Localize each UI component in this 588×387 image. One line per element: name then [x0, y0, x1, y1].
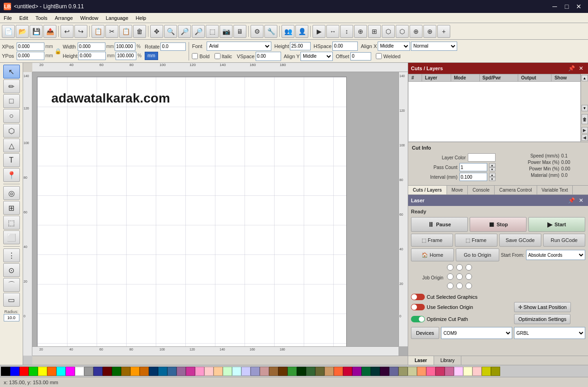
color-swatch-12[interactable]: [112, 367, 121, 376]
optimize-cut-toggle[interactable]: [411, 316, 425, 322]
text-tool[interactable]: T: [3, 153, 20, 167]
cuts-expand-right-button[interactable]: ▶: [582, 127, 588, 133]
color-swatch-22[interactable]: [204, 367, 214, 376]
width-pct-input[interactable]: [115, 42, 135, 51]
cuts-scroll-up-button[interactable]: ▲: [582, 75, 588, 81]
lock-icon[interactable]: 🔒: [55, 48, 61, 54]
color-swatch-4[interactable]: [38, 367, 47, 376]
jo-radio-mc[interactable]: [456, 273, 463, 280]
cuts-delete-button[interactable]: 🗑: [582, 114, 588, 124]
draw-tool[interactable]: ✏: [3, 79, 20, 93]
pin-tool[interactable]: 📍: [3, 168, 20, 182]
color-swatch-53[interactable]: [491, 367, 500, 376]
color-swatch-48[interactable]: [445, 367, 454, 376]
ellipse-tool[interactable]: ○: [3, 109, 20, 123]
height-input[interactable]: [78, 52, 106, 60]
align-y-select[interactable]: Middle: [300, 52, 333, 61]
save-gcode-button[interactable]: Save GCode: [499, 234, 541, 247]
ypos-input[interactable]: [17, 52, 44, 60]
triangle-tool[interactable]: △: [3, 139, 20, 152]
open-button[interactable]: 📂: [16, 25, 29, 38]
maximize-button[interactable]: □: [561, 2, 572, 11]
color-swatch-11[interactable]: [103, 367, 112, 376]
spiral-tool[interactable]: ⊙: [3, 263, 20, 277]
color-swatch-38[interactable]: [352, 367, 361, 376]
interval-input[interactable]: [459, 173, 487, 181]
save-button[interactable]: 💾: [30, 25, 43, 38]
menu-tools[interactable]: Tools: [32, 14, 51, 22]
home-button[interactable]: 🏠 Home: [411, 248, 454, 261]
boolean-button[interactable]: ⊕: [423, 25, 436, 38]
optimization-settings-button[interactable]: Optimization Settings: [514, 314, 570, 324]
show-last-position-button[interactable]: ✛ Show Last Position: [514, 302, 571, 312]
pattern2-button[interactable]: ⬡: [396, 25, 409, 38]
color-swatch-45[interactable]: [417, 367, 426, 376]
width-input[interactable]: [78, 42, 105, 51]
bold-checkbox-label[interactable]: Bold: [192, 53, 209, 59]
move-button[interactable]: ✥: [150, 25, 163, 38]
welded-checkbox[interactable]: [376, 53, 382, 59]
color-swatch-25[interactable]: [232, 367, 241, 376]
bold-checkbox[interactable]: [192, 53, 198, 59]
run-gcode-button[interactable]: Run GCode: [543, 234, 585, 247]
settings-button[interactable]: ⚙: [251, 25, 263, 38]
color-swatch-15[interactable]: [140, 367, 149, 376]
color-swatch-9[interactable]: [84, 367, 93, 376]
color-swatch-20[interactable]: [186, 367, 195, 376]
normal-select[interactable]: Normal: [411, 42, 457, 51]
color-swatch-44[interactable]: [408, 367, 417, 376]
color-swatch-29[interactable]: [269, 367, 278, 376]
offset-input[interactable]: [350, 52, 371, 60]
user-button[interactable]: 👤: [295, 25, 308, 38]
mirror-h-button[interactable]: ↔: [326, 25, 339, 38]
rotate-input[interactable]: [160, 42, 186, 51]
color-swatch-43[interactable]: [398, 367, 408, 376]
jo-radio-ml[interactable]: [447, 273, 453, 280]
color-swatch-47[interactable]: [435, 367, 445, 376]
undo-button[interactable]: ↩: [61, 25, 74, 38]
circle-tool[interactable]: ◎: [3, 186, 20, 200]
cuts-close-button[interactable]: ✕: [577, 64, 585, 73]
color-swatch-24[interactable]: [223, 367, 232, 376]
tools-button[interactable]: 🔧: [264, 25, 277, 38]
zoom-in-button[interactable]: 🔎: [178, 25, 191, 38]
cuts-pin-button[interactable]: 📌: [567, 64, 576, 73]
color-swatch-2[interactable]: [19, 367, 29, 376]
bottom-tab-laser[interactable]: Laser: [408, 356, 434, 365]
xpos-input[interactable]: [17, 42, 44, 51]
color-swatch-13[interactable]: [121, 367, 130, 376]
color-swatch-35[interactable]: [325, 367, 334, 376]
mirror-v-button[interactable]: ↕: [340, 25, 353, 38]
pass-count-input[interactable]: [459, 163, 487, 171]
cut-selected-toggle[interactable]: [411, 294, 425, 300]
pass-count-up[interactable]: ▲: [489, 163, 496, 167]
hex-tool[interactable]: ⬡: [3, 124, 20, 138]
display-button[interactable]: 🖥: [233, 25, 246, 38]
menu-file[interactable]: File: [0, 14, 16, 22]
canvas-scrollbar-h[interactable]: [32, 356, 408, 365]
font-height-input[interactable]: [290, 42, 311, 50]
origin-button[interactable]: ⊕: [354, 25, 367, 38]
color-swatch-7[interactable]: [66, 367, 75, 376]
jo-radio-bl[interactable]: [447, 283, 453, 289]
delete-button[interactable]: 🗑: [133, 25, 146, 38]
color-swatch-37[interactable]: [343, 367, 352, 376]
color-swatch-46[interactable]: [426, 367, 435, 376]
color-swatch-39[interactable]: [361, 367, 371, 376]
color-swatch-27[interactable]: [251, 367, 260, 376]
frame-button[interactable]: ⬚: [206, 25, 219, 38]
color-swatch-19[interactable]: [177, 367, 186, 376]
jo-radio-tc[interactable]: [456, 264, 463, 271]
color-swatch-31[interactable]: [288, 367, 297, 376]
color-swatch-3[interactable]: [29, 367, 38, 376]
color-swatch-28[interactable]: [260, 367, 269, 376]
jo-radio-tl[interactable]: [447, 264, 453, 271]
stop-button[interactable]: ⏹ Stop: [470, 217, 527, 232]
interval-up[interactable]: ▲: [489, 173, 496, 177]
go-to-origin-button[interactable]: Go to Origin: [456, 248, 499, 261]
weld-button[interactable]: ⊕: [410, 25, 423, 38]
tab-variable-text[interactable]: Variable Text: [537, 186, 573, 194]
dots-tool[interactable]: ⋮: [3, 248, 20, 262]
interval-down[interactable]: ▼: [489, 177, 496, 181]
users-button[interactable]: 👥: [282, 25, 294, 38]
